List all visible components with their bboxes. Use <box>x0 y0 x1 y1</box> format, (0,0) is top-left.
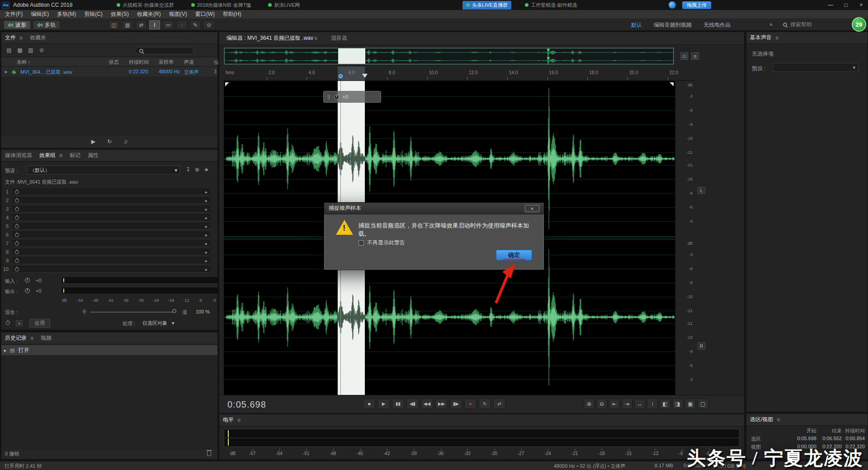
volume-hud[interactable]: ⣿ +0 <box>323 91 381 103</box>
zoom-out-button[interactable]: ⊖ <box>596 399 607 409</box>
effect-slot[interactable]: 9▸ <box>1 256 217 265</box>
power-icon[interactable] <box>15 259 19 263</box>
cloud-upload-icon[interactable] <box>669 1 676 9</box>
tool-icon[interactable]: ⇄ <box>136 20 146 29</box>
new-item-icon[interactable]: ▧ <box>27 47 35 54</box>
effect-slot[interactable]: 10▸ <box>1 265 217 274</box>
navigator-zoom-icon[interactable]: ⊡ <box>680 52 688 60</box>
effect-slot[interactable]: 5▸ <box>1 222 217 231</box>
autoplay-button[interactable]: ♫ <box>123 138 127 145</box>
panel-menu-icon[interactable]: ≡ <box>30 335 33 342</box>
effect-slot[interactable]: 3▸ <box>1 205 217 214</box>
slot-well[interactable]: ▸ <box>12 189 210 195</box>
tool-icon[interactable]: I <box>149 20 160 29</box>
selection-handle[interactable] <box>362 74 368 78</box>
tool-icon[interactable]: ◌ <box>176 20 187 29</box>
power-icon[interactable] <box>15 233 19 237</box>
panel-menu-icon[interactable]: ≡ <box>237 417 241 423</box>
dont-show-again-checkbox[interactable]: 不再显示此警告 <box>359 239 405 247</box>
slot-well[interactable]: ▸ <box>12 197 210 204</box>
view-button[interactable]: 多轨 <box>33 20 60 29</box>
menu-item[interactable]: 效果(S) <box>107 10 133 18</box>
column-header[interactable]: 状态 <box>109 59 119 66</box>
menu-item[interactable]: 帮助(H) <box>219 10 245 18</box>
levels-panel-tab[interactable]: 电平 <box>223 416 234 424</box>
fast-forward-button[interactable]: ▶▶ <box>435 399 448 409</box>
effect-slot[interactable]: 8▸ <box>1 248 217 256</box>
effects-panel-tab[interactable]: 属性 <box>88 152 99 159</box>
apply-button[interactable]: 应用 <box>29 319 50 328</box>
taskbar-tab[interactable]: 头条LIVE直播群 <box>462 1 511 9</box>
panel-menu-icon[interactable]: ≡ <box>777 417 780 423</box>
drag-upload-button[interactable]: 拖拽上传 <box>682 1 711 9</box>
slot-well[interactable]: ▸ <box>12 249 210 256</box>
history-panel-tab[interactable]: 历史记录 <box>5 334 27 342</box>
record-button[interactable]: ● <box>464 399 476 409</box>
files-panel-tab[interactable]: 收藏夹 <box>30 34 46 42</box>
tool-icon[interactable]: ✎ <box>190 20 201 29</box>
slot-well[interactable]: ▸ <box>12 214 210 221</box>
power-icon[interactable] <box>6 321 10 325</box>
extract-icon[interactable]: ▦ <box>16 47 24 54</box>
taskbar-tab[interactable]: 工作室精选·邮件精选 <box>521 1 581 9</box>
tool-icon[interactable]: ◫ <box>108 20 119 29</box>
zoom-selection-left-button[interactable]: ◧ <box>660 399 670 409</box>
delete-preset-icon[interactable]: ⊗ <box>195 166 199 173</box>
file-row[interactable]: ▸ MVI_364... 已提取 .wav 0:22.32048000 Hz立体… <box>1 67 217 76</box>
play-button[interactable]: ▶ <box>377 399 390 409</box>
favorite-icon[interactable]: ★ <box>204 166 209 173</box>
power-icon[interactable] <box>15 267 19 271</box>
zoom-in-right-edge-button[interactable]: ⇥ <box>622 399 632 409</box>
effects-panel-tab[interactable]: 标记 <box>70 152 80 159</box>
zoom-selection-right-button[interactable]: ◨ <box>672 399 683 409</box>
column-header[interactable]: 位 <box>214 59 219 66</box>
close-button[interactable]: × <box>858 2 864 8</box>
history-panel-tab[interactable]: 视频 <box>41 334 52 342</box>
workspace-button[interactable]: 默认 <box>631 21 642 29</box>
editor-tab[interactable]: 编辑器 : MVI_3641 音频已提取 .wav <box>226 34 313 42</box>
zoom-in-button[interactable]: ⊕ <box>584 399 594 409</box>
slot-well[interactable]: ▸ <box>12 206 210 213</box>
menu-item[interactable]: 编辑(E) <box>27 10 53 18</box>
slot-well[interactable]: ▸ <box>12 232 210 238</box>
loop-button[interactable]: ↻ <box>107 138 112 145</box>
zoom-in-left-edge-button[interactable]: ⇤ <box>609 399 620 409</box>
column-header[interactable]: 名称 ↑ <box>17 59 31 66</box>
effect-slot[interactable]: 1▸ <box>1 188 217 196</box>
delete-icon[interactable]: ⊘ <box>38 47 46 54</box>
process-dropdown[interactable]: 仅选区对象 ▾ <box>142 319 213 328</box>
effect-slot[interactable]: 6▸ <box>1 231 217 239</box>
panel-menu-icon[interactable]: ≡ <box>314 35 317 42</box>
workspace-overflow-button[interactable]: » <box>769 21 773 28</box>
go-to-start-button[interactable]: ◀▮ <box>406 399 419 409</box>
workspace-button[interactable]: 编辑音频到视频 <box>654 21 692 29</box>
power-icon[interactable] <box>15 199 19 203</box>
gain-knob[interactable] <box>334 95 339 100</box>
menu-item[interactable]: 多轨(M) <box>53 10 80 18</box>
tool-icon[interactable]: ▭ <box>163 20 174 29</box>
dialog-close-button[interactable]: × <box>525 205 539 212</box>
history-item[interactable]: ▸▤打开 <box>1 345 217 355</box>
panel-menu-icon[interactable]: ≡ <box>775 35 778 41</box>
slot-well[interactable]: ▸ <box>12 240 210 247</box>
column-header[interactable]: 声道 <box>184 59 194 66</box>
timeline-ruler[interactable]: hms 2.04.06.08.010.012.014.016.018.020.0… <box>224 66 695 81</box>
power-icon[interactable] <box>15 242 19 246</box>
zoom-to-selection-button[interactable]: ▣ <box>685 399 696 409</box>
slot-well[interactable]: ▸ <box>12 257 210 264</box>
toggle-icon[interactable]: ≡ <box>16 320 23 326</box>
files-panel-tab[interactable]: 文件 <box>5 34 16 42</box>
effects-panel-tab[interactable]: 效果组 <box>39 152 56 159</box>
zoom-horizontal-button[interactable]: ↔ <box>634 399 645 409</box>
rewind-button[interactable]: ◀◀ <box>421 399 433 409</box>
menu-item[interactable]: 剪辑(C) <box>80 10 107 18</box>
power-icon[interactable] <box>15 216 19 220</box>
preset-dropdown[interactable]: （默认） ▾ <box>27 166 180 175</box>
gain-knob[interactable] <box>25 288 30 293</box>
mixer-tab[interactable]: 混音器 <box>331 34 347 42</box>
power-icon[interactable] <box>15 190 19 194</box>
taskbar-tab[interactable]: 新浪LIVE网 <box>264 1 303 9</box>
pause-button[interactable]: ▮▮ <box>392 399 404 409</box>
power-icon[interactable] <box>15 250 19 254</box>
tool-icon[interactable]: ⊙ <box>203 20 214 29</box>
